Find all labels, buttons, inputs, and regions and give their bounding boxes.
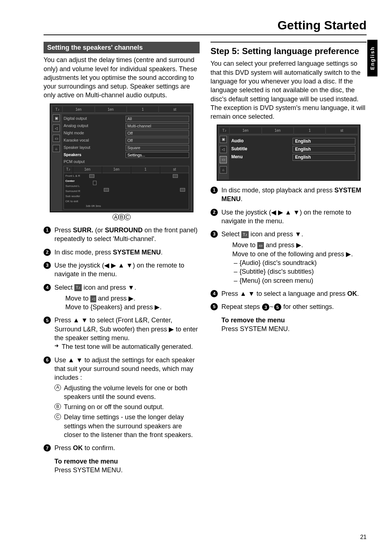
step5-heading: Step 5: Setting language preference <box>211 42 367 57</box>
fig-icon: ⌂ <box>53 145 60 152</box>
settings-icon: T♪ <box>241 231 249 238</box>
language-settings-figure: T♪ 1en 1en 1 st ▣ ◁ ▭ ⌂ <box>217 125 360 181</box>
right-steps: 1 In disc mode, stop playback and press … <box>211 186 367 311</box>
remove-menu-body: Press SYSTEM MENU. <box>54 466 123 474</box>
remove-menu-heading: To remove the menu <box>54 458 118 465</box>
fig-icon: ⌂ <box>220 166 227 174</box>
page-number: 21 <box>360 534 367 540</box>
left-steps: 1 Press SURR. (or SURROUND on the front … <box>44 226 200 453</box>
language-menu-icon: ▭ <box>220 156 227 163</box>
remove-menu-body: Press SYSTEM MENU. <box>221 325 290 332</box>
speaker-icon: ◁ <box>90 295 96 302</box>
left-column: Setting the speakers' channels You can a… <box>44 42 200 474</box>
speaker-settings-figure: T♪ 1en 1en 1 st ▣ ◁ ▭ ⌂ <box>50 103 193 221</box>
abc-labels: ABC <box>50 214 193 221</box>
fig-icon: ▭ <box>53 135 60 142</box>
speaker-icon: ◁ <box>53 125 60 132</box>
speaker-layout-diagram: T♪ 1en1en1st Front L & R Center Surround… <box>64 166 189 209</box>
section-heading: Setting the speakers' channels <box>44 42 200 53</box>
step5-intro: You can select your preferred language s… <box>211 59 367 121</box>
settings-icon: T♪ <box>74 284 82 291</box>
fig-icon: ▣ <box>53 114 60 122</box>
language-tab: English <box>367 40 377 77</box>
remove-menu-heading: To remove the menu <box>221 317 285 324</box>
intro-text: You can adjust the delay times (centre a… <box>44 56 200 99</box>
fig-icon: ▣ <box>220 136 227 143</box>
page-title: Getting Started <box>44 18 367 35</box>
right-column: Step 5: Setting language preference You … <box>211 42 367 474</box>
result-note: The test tone will be automatically gene… <box>54 342 200 351</box>
language-menu-icon: ▭ <box>257 242 264 249</box>
fig-icon: ◁ <box>220 146 227 153</box>
